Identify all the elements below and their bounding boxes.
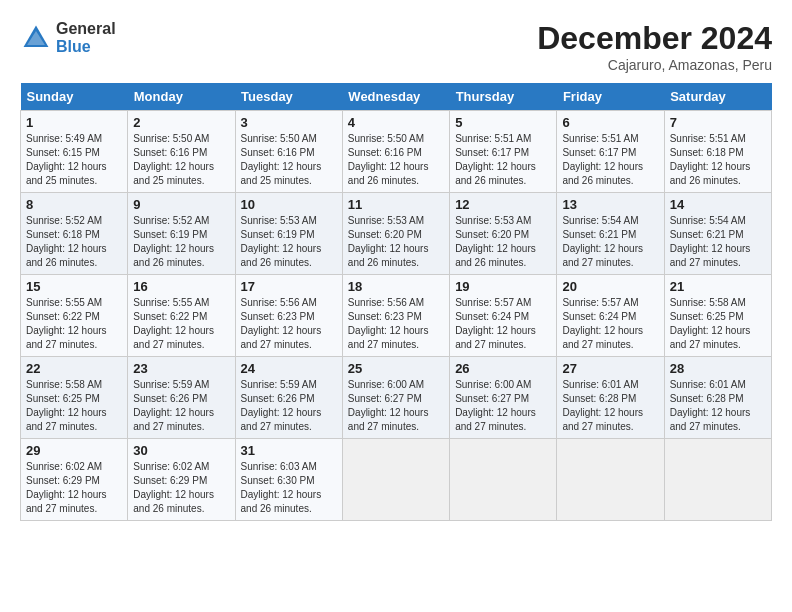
day-detail: Sunrise: 5:57 AMSunset: 6:24 PMDaylight:…: [562, 297, 643, 350]
table-row: 4Sunrise: 5:50 AMSunset: 6:16 PMDaylight…: [342, 111, 449, 193]
logo-icon: [20, 22, 52, 54]
logo: General Blue: [20, 20, 116, 55]
day-detail: Sunrise: 5:52 AMSunset: 6:18 PMDaylight:…: [26, 215, 107, 268]
col-header-saturday: Saturday: [664, 83, 771, 111]
table-row: 7Sunrise: 5:51 AMSunset: 6:18 PMDaylight…: [664, 111, 771, 193]
table-row: [664, 439, 771, 521]
day-number: 27: [562, 361, 658, 376]
day-number: 11: [348, 197, 444, 212]
day-detail: Sunrise: 6:02 AMSunset: 6:29 PMDaylight:…: [133, 461, 214, 514]
table-row: [557, 439, 664, 521]
table-row: 16Sunrise: 5:55 AMSunset: 6:22 PMDayligh…: [128, 275, 235, 357]
day-detail: Sunrise: 5:55 AMSunset: 6:22 PMDaylight:…: [26, 297, 107, 350]
day-number: 23: [133, 361, 229, 376]
day-detail: Sunrise: 6:00 AMSunset: 6:27 PMDaylight:…: [348, 379, 429, 432]
day-detail: Sunrise: 5:58 AMSunset: 6:25 PMDaylight:…: [26, 379, 107, 432]
table-row: 14Sunrise: 5:54 AMSunset: 6:21 PMDayligh…: [664, 193, 771, 275]
day-number: 28: [670, 361, 766, 376]
week-row-4: 22Sunrise: 5:58 AMSunset: 6:25 PMDayligh…: [21, 357, 772, 439]
day-number: 14: [670, 197, 766, 212]
table-row: 12Sunrise: 5:53 AMSunset: 6:20 PMDayligh…: [450, 193, 557, 275]
day-detail: Sunrise: 5:50 AMSunset: 6:16 PMDaylight:…: [133, 133, 214, 186]
day-detail: Sunrise: 6:01 AMSunset: 6:28 PMDaylight:…: [670, 379, 751, 432]
table-row: 13Sunrise: 5:54 AMSunset: 6:21 PMDayligh…: [557, 193, 664, 275]
table-row: 26Sunrise: 6:00 AMSunset: 6:27 PMDayligh…: [450, 357, 557, 439]
day-detail: Sunrise: 5:53 AMSunset: 6:20 PMDaylight:…: [348, 215, 429, 268]
day-number: 19: [455, 279, 551, 294]
day-detail: Sunrise: 5:59 AMSunset: 6:26 PMDaylight:…: [133, 379, 214, 432]
day-number: 16: [133, 279, 229, 294]
table-row: 6Sunrise: 5:51 AMSunset: 6:17 PMDaylight…: [557, 111, 664, 193]
title-block: December 2024 Cajaruro, Amazonas, Peru: [537, 20, 772, 73]
day-detail: Sunrise: 5:51 AMSunset: 6:18 PMDaylight:…: [670, 133, 751, 186]
day-detail: Sunrise: 5:53 AMSunset: 6:19 PMDaylight:…: [241, 215, 322, 268]
day-detail: Sunrise: 5:54 AMSunset: 6:21 PMDaylight:…: [562, 215, 643, 268]
table-row: 10Sunrise: 5:53 AMSunset: 6:19 PMDayligh…: [235, 193, 342, 275]
day-detail: Sunrise: 6:01 AMSunset: 6:28 PMDaylight:…: [562, 379, 643, 432]
table-row: 23Sunrise: 5:59 AMSunset: 6:26 PMDayligh…: [128, 357, 235, 439]
day-detail: Sunrise: 5:49 AMSunset: 6:15 PMDaylight:…: [26, 133, 107, 186]
day-number: 29: [26, 443, 122, 458]
day-number: 21: [670, 279, 766, 294]
table-row: 8Sunrise: 5:52 AMSunset: 6:18 PMDaylight…: [21, 193, 128, 275]
week-row-2: 8Sunrise: 5:52 AMSunset: 6:18 PMDaylight…: [21, 193, 772, 275]
table-row: 2Sunrise: 5:50 AMSunset: 6:16 PMDaylight…: [128, 111, 235, 193]
day-number: 12: [455, 197, 551, 212]
table-row: 3Sunrise: 5:50 AMSunset: 6:16 PMDaylight…: [235, 111, 342, 193]
day-number: 2: [133, 115, 229, 130]
col-header-friday: Friday: [557, 83, 664, 111]
col-header-wednesday: Wednesday: [342, 83, 449, 111]
table-row: 11Sunrise: 5:53 AMSunset: 6:20 PMDayligh…: [342, 193, 449, 275]
table-row: 30Sunrise: 6:02 AMSunset: 6:29 PMDayligh…: [128, 439, 235, 521]
table-row: [450, 439, 557, 521]
day-detail: Sunrise: 6:02 AMSunset: 6:29 PMDaylight:…: [26, 461, 107, 514]
table-row: 17Sunrise: 5:56 AMSunset: 6:23 PMDayligh…: [235, 275, 342, 357]
day-detail: Sunrise: 5:57 AMSunset: 6:24 PMDaylight:…: [455, 297, 536, 350]
day-number: 31: [241, 443, 337, 458]
table-row: 22Sunrise: 5:58 AMSunset: 6:25 PMDayligh…: [21, 357, 128, 439]
week-row-5: 29Sunrise: 6:02 AMSunset: 6:29 PMDayligh…: [21, 439, 772, 521]
day-detail: Sunrise: 5:54 AMSunset: 6:21 PMDaylight:…: [670, 215, 751, 268]
table-row: 20Sunrise: 5:57 AMSunset: 6:24 PMDayligh…: [557, 275, 664, 357]
day-number: 7: [670, 115, 766, 130]
table-row: 31Sunrise: 6:03 AMSunset: 6:30 PMDayligh…: [235, 439, 342, 521]
day-detail: Sunrise: 5:56 AMSunset: 6:23 PMDaylight:…: [241, 297, 322, 350]
day-number: 26: [455, 361, 551, 376]
logo-general: General: [56, 20, 116, 38]
table-row: [342, 439, 449, 521]
table-row: 24Sunrise: 5:59 AMSunset: 6:26 PMDayligh…: [235, 357, 342, 439]
day-detail: Sunrise: 5:53 AMSunset: 6:20 PMDaylight:…: [455, 215, 536, 268]
day-number: 24: [241, 361, 337, 376]
calendar-table: SundayMondayTuesdayWednesdayThursdayFrid…: [20, 83, 772, 521]
day-number: 15: [26, 279, 122, 294]
day-detail: Sunrise: 5:52 AMSunset: 6:19 PMDaylight:…: [133, 215, 214, 268]
day-number: 22: [26, 361, 122, 376]
day-number: 20: [562, 279, 658, 294]
day-number: 9: [133, 197, 229, 212]
table-row: 9Sunrise: 5:52 AMSunset: 6:19 PMDaylight…: [128, 193, 235, 275]
day-number: 6: [562, 115, 658, 130]
table-row: 15Sunrise: 5:55 AMSunset: 6:22 PMDayligh…: [21, 275, 128, 357]
day-detail: Sunrise: 5:56 AMSunset: 6:23 PMDaylight:…: [348, 297, 429, 350]
day-number: 1: [26, 115, 122, 130]
day-number: 4: [348, 115, 444, 130]
table-row: 29Sunrise: 6:02 AMSunset: 6:29 PMDayligh…: [21, 439, 128, 521]
day-number: 5: [455, 115, 551, 130]
table-row: 5Sunrise: 5:51 AMSunset: 6:17 PMDaylight…: [450, 111, 557, 193]
day-number: 8: [26, 197, 122, 212]
day-number: 25: [348, 361, 444, 376]
day-number: 3: [241, 115, 337, 130]
page-header: General Blue December 2024 Cajaruro, Ama…: [20, 20, 772, 73]
day-detail: Sunrise: 5:51 AMSunset: 6:17 PMDaylight:…: [455, 133, 536, 186]
column-headers: SundayMondayTuesdayWednesdayThursdayFrid…: [21, 83, 772, 111]
week-row-3: 15Sunrise: 5:55 AMSunset: 6:22 PMDayligh…: [21, 275, 772, 357]
col-header-thursday: Thursday: [450, 83, 557, 111]
week-row-1: 1Sunrise: 5:49 AMSunset: 6:15 PMDaylight…: [21, 111, 772, 193]
col-header-tuesday: Tuesday: [235, 83, 342, 111]
day-number: 17: [241, 279, 337, 294]
table-row: 28Sunrise: 6:01 AMSunset: 6:28 PMDayligh…: [664, 357, 771, 439]
day-detail: Sunrise: 6:00 AMSunset: 6:27 PMDaylight:…: [455, 379, 536, 432]
day-detail: Sunrise: 5:50 AMSunset: 6:16 PMDaylight:…: [241, 133, 322, 186]
table-row: 25Sunrise: 6:00 AMSunset: 6:27 PMDayligh…: [342, 357, 449, 439]
col-header-monday: Monday: [128, 83, 235, 111]
